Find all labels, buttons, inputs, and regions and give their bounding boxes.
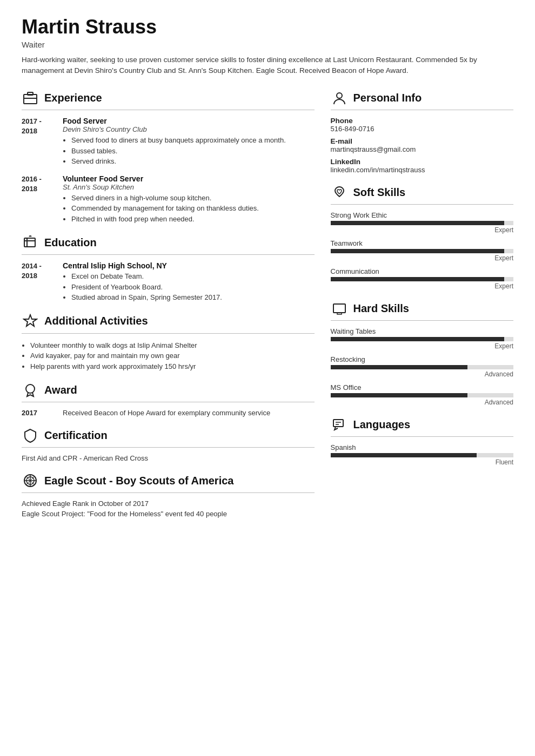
skill-bar-fill — [331, 249, 505, 253]
bullet: Excel on Debate Team. — [71, 271, 315, 282]
bullet: Served drinks. — [71, 156, 315, 167]
entry-date: 2016 - 2018 — [22, 174, 54, 225]
entry-date: 2017 - 2018 — [22, 117, 54, 167]
education-section-header: Education — [22, 234, 315, 251]
certification-entries: First Aid and CPR - American Red Cross — [22, 454, 315, 462]
bullet: Commended by management for taking on th… — [71, 203, 315, 214]
skill-bar-container — [331, 221, 513, 225]
email-field: E-mail martinqstrauss@gmail.com — [331, 137, 513, 153]
eagle-item: Eagle Scout Project: "Food for the Homel… — [22, 510, 315, 518]
skill-bar-fill — [331, 393, 468, 397]
school-name: Central Islip High School, NY — [63, 261, 315, 270]
svg-rect-3 — [24, 238, 35, 247]
languages-header: Languages — [331, 416, 513, 433]
certification-icon — [22, 427, 39, 444]
skill-item: Strong Work Ethic Expert — [331, 211, 513, 234]
skill-name: Spanish — [331, 443, 513, 451]
eagle-section-header: Eagle Scout - Boy Scouts of America — [22, 472, 315, 489]
bullet: Studied abroad in Spain, Spring Semester… — [71, 292, 315, 303]
bullet: Bussed tables. — [71, 146, 315, 157]
linkedin-label: LinkedIn — [331, 158, 513, 166]
education-entry: 2014 - 2018 Central Islip High School, N… — [22, 261, 315, 303]
certification-section-header: Certification — [22, 427, 315, 444]
linkedin-field: LinkedIn linkedin.com/in/martinqstrauss — [331, 158, 513, 174]
award-text: Received Beacon of Hope Award for exempl… — [63, 409, 270, 417]
education-icon — [22, 234, 39, 251]
skill-bar-container — [331, 249, 513, 253]
activities-heading: Additional Activities — [44, 315, 148, 327]
skill-bar-container — [331, 453, 513, 457]
skill-name: Teamwork — [331, 239, 513, 247]
activity-bullet: Help parents with yard work approximatel… — [30, 361, 315, 372]
skill-level-label: Expert — [331, 342, 513, 350]
hard-skills-divider — [331, 320, 513, 321]
award-year: 2017 — [22, 409, 54, 417]
skill-level-label: Fluent — [331, 458, 513, 466]
skill-level-label: Expert — [331, 226, 513, 234]
award-section: Award 2017 Received Beacon of Hope Award… — [22, 381, 315, 417]
activities-section-header: Additional Activities — [22, 313, 315, 330]
skill-name: Waiting Tables — [331, 327, 513, 335]
skill-level-label: Advanced — [331, 399, 513, 406]
eagle-icon — [22, 472, 39, 489]
skill-item: Spanish Fluent — [331, 443, 513, 466]
eagle-item: Achieved Eagle Rank in October of 2017 — [22, 500, 315, 508]
personal-info-block: Phone 516-849-0716 E-mail martinqstrauss… — [331, 117, 513, 174]
experience-entries: 2017 - 2018 Food Server Devin Shiro's Co… — [22, 117, 315, 224]
header: Martin Strauss Waiter Hard-working waite… — [22, 16, 513, 76]
entry-bullets: Served diners in a high-volume soup kitc… — [63, 193, 315, 225]
svg-rect-1 — [28, 92, 33, 95]
email-label: E-mail — [331, 137, 513, 145]
soft-skills-section: Soft Skills Strong Work Ethic Expert Tea… — [331, 184, 513, 290]
activities-divider — [22, 333, 315, 334]
left-column: Experience 2017 - 2018 Food Server Devin… — [22, 89, 315, 528]
experience-divider — [22, 110, 315, 110]
skill-bar-fill — [331, 365, 468, 369]
skill-item: Teamwork Expert — [331, 239, 513, 262]
activities-entries: Volunteer monthly to walk dogs at Islip … — [22, 340, 315, 372]
skill-name: Communication — [331, 267, 513, 275]
award-entry: 2017 Received Beacon of Hope Award for e… — [22, 409, 315, 417]
phone-field: Phone 516-849-0716 — [331, 117, 513, 133]
soft-skills-icon — [331, 184, 348, 201]
award-divider — [22, 402, 315, 402]
activities-list: Volunteer monthly to walk dogs at Islip … — [22, 340, 315, 372]
entry-content: Volunteer Food Server St. Ann's Soup Kit… — [63, 174, 315, 225]
education-heading: Education — [44, 237, 97, 249]
personal-info-divider — [331, 110, 513, 110]
svg-point-14 — [337, 93, 342, 98]
skill-bar-fill — [331, 221, 505, 225]
right-column: Personal Info Phone 516-849-0716 E-mail … — [331, 89, 513, 528]
entry-date: 2014 - 2018 — [22, 261, 54, 303]
job-title: Volunteer Food Server — [63, 174, 315, 183]
experience-section-header: Experience — [22, 89, 315, 106]
personal-info-section: Personal Info Phone 516-849-0716 E-mail … — [331, 89, 513, 174]
cert-item: First Aid and CPR - American Red Cross — [22, 454, 315, 462]
experience-entry: 2016 - 2018 Volunteer Food Server St. An… — [22, 174, 315, 225]
skill-bar-container — [331, 337, 513, 341]
eagle-entries: Achieved Eagle Rank in October of 2017Ea… — [22, 500, 315, 518]
languages-divider — [331, 436, 513, 437]
skill-name: MS Office — [331, 383, 513, 392]
personal-info-header: Personal Info — [331, 89, 513, 106]
bullet: Served diners in a high-volume soup kitc… — [71, 193, 315, 204]
education-section: Education 2014 - 2018 Central Islip High… — [22, 234, 315, 303]
personal-info-heading: Personal Info — [353, 92, 422, 104]
eagle-heading: Eagle Scout - Boy Scouts of America — [44, 475, 233, 487]
skill-bar-fill — [331, 277, 505, 281]
activities-section: Additional Activities Volunteer monthly … — [22, 313, 315, 372]
skill-level-label: Advanced — [331, 370, 513, 378]
job-title: Food Server — [63, 117, 315, 125]
hard-skills-header: Hard Skills — [331, 300, 513, 317]
linkedin-value: linkedin.com/in/martinqstrauss — [331, 166, 513, 174]
hard-skills-heading: Hard Skills — [353, 302, 409, 315]
svg-rect-15 — [333, 304, 345, 313]
languages-heading: Languages — [353, 418, 411, 431]
hard-skills-entries: Waiting Tables Expert Restocking Advance… — [331, 327, 513, 406]
phone-label: Phone — [331, 117, 513, 125]
skill-bar-fill — [331, 453, 477, 457]
job-title: Waiter — [22, 40, 513, 49]
entry-content: Food Server Devin Shiro's Country Club S… — [63, 117, 315, 167]
skill-bar-container — [331, 277, 513, 281]
entry-bullets: Excel on Debate Team.President of Yearbo… — [63, 271, 315, 303]
